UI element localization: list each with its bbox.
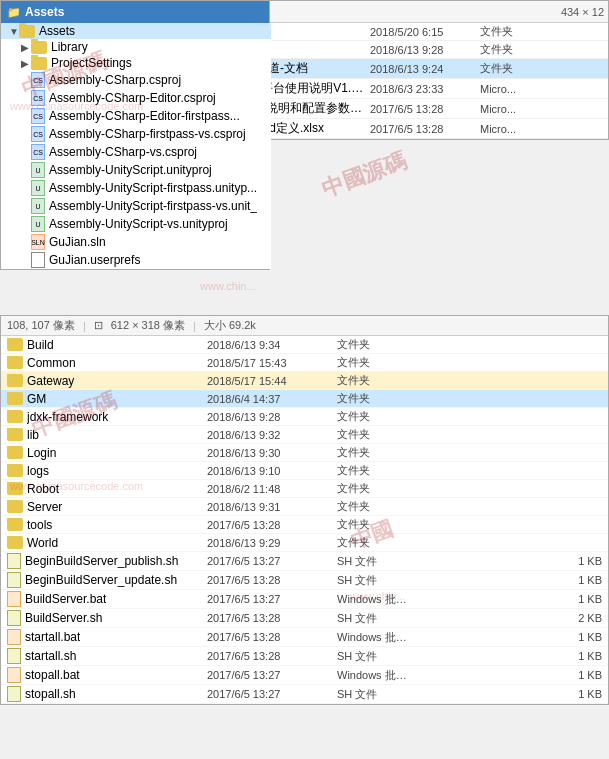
bottom-file-icon xyxy=(7,667,21,683)
bottom-file-date: 2017/6/5 13:28 xyxy=(207,631,337,643)
tree-icon-assemblyunityscriptvs: U xyxy=(31,216,45,232)
right-file-type: 文件夹 xyxy=(480,42,545,57)
tree-label-gujianuserprefs: GuJian.userprefs xyxy=(49,253,140,267)
bottom-file-date: 2017/6/5 13:27 xyxy=(207,593,337,605)
tree-item-assemblycsharpeditorfirstpass[interactable]: CSAssembly-CSharp-Editor-firstpass... xyxy=(1,107,271,125)
bottom-file-icon xyxy=(7,500,23,513)
bottom-file-row[interactable]: BeginBuildServer_publish.sh2017/6/5 13:2… xyxy=(1,552,608,571)
bottom-file-icon xyxy=(7,464,23,477)
bottom-file-row[interactable]: Common2018/5/17 15:43文件夹 xyxy=(1,354,608,372)
bottom-file-icon xyxy=(7,591,21,607)
bottom-file-row[interactable]: stopall.bat2017/6/5 13:27Windows 批处理...1… xyxy=(1,666,608,685)
bottom-file-name: startall.bat xyxy=(7,629,207,645)
tree-item-assemblyunityscriptvs[interactable]: UAssembly-UnityScript-vs.unityproj xyxy=(1,215,271,233)
bottom-file-date: 2017/6/5 13:28 xyxy=(207,519,337,531)
bottom-status-bar: 108, 107 像素 | ⊡ 612 × 318 像素 | 大小 69.2k xyxy=(1,316,608,336)
right-file-date: 2018/6/3 23:33 xyxy=(370,83,480,95)
bottom-file-type: SH 文件 xyxy=(337,611,417,626)
bottom-file-row[interactable]: logs2018/6/13 9:10文件夹 xyxy=(1,462,608,480)
bottom-file-row[interactable]: tools2017/6/5 13:28文件夹 xyxy=(1,516,608,534)
tree-icon-library xyxy=(31,41,47,54)
bottom-file-icon xyxy=(7,374,23,387)
bottom-file-date: 2018/6/13 9:31 xyxy=(207,501,337,513)
bottom-coords1: 108, 107 像素 xyxy=(7,318,75,333)
tree-item-assemblyunityscript[interactable]: UAssembly-UnityScript.unityproj xyxy=(1,161,271,179)
bottom-file-date: 2018/6/13 9:34 xyxy=(207,339,337,351)
tree-item-assemblycsharpvs[interactable]: CSAssembly-CSharp-vs.csproj xyxy=(1,143,271,161)
bottom-size: 大小 69.2k xyxy=(204,318,256,333)
bottom-file-row[interactable]: jdxk-framework2018/6/13 9:28文件夹 xyxy=(1,408,608,426)
bottom-file-row[interactable]: stopall.sh2017/6/5 13:27SH 文件1 KB xyxy=(1,685,608,704)
bottom-file-date: 2018/6/13 9:30 xyxy=(207,447,337,459)
bottom-file-row[interactable]: Gateway2018/5/17 15:44文件夹 xyxy=(1,372,608,390)
bottom-file-name: stopall.sh xyxy=(7,686,207,702)
bottom-file-type: SH 文件 xyxy=(337,573,417,588)
bottom-file-row[interactable]: BuildServer.bat2017/6/5 13:27Windows 批处理… xyxy=(1,590,608,609)
bottom-file-row[interactable]: startall.bat2017/6/5 13:28Windows 批处理...… xyxy=(1,628,608,647)
tree-item-gujian[interactable]: SLNGuJian.sln xyxy=(1,233,271,251)
tree-item-assemblyunityscriptfirstpass[interactable]: UAssembly-UnityScript-firstpass.unityp..… xyxy=(1,179,271,197)
bottom-file-row[interactable]: Login2018/6/13 9:30文件夹 xyxy=(1,444,608,462)
bottom-file-type: 文件夹 xyxy=(337,499,417,514)
tree-arrow-assets: ▼ xyxy=(9,26,17,37)
bottom-file-row[interactable]: Robot2018/6/2 11:48文件夹 xyxy=(1,480,608,498)
bottom-file-size: 2 KB xyxy=(417,612,602,624)
tree-arrow-library: ▶ xyxy=(21,42,29,53)
bottom-file-icon xyxy=(7,356,23,369)
bottom-file-type: Windows 批处理... xyxy=(337,630,417,645)
bottom-file-icon xyxy=(7,482,23,495)
bottom-file-row[interactable]: lib2018/6/13 9:32文件夹 xyxy=(1,426,608,444)
bottom-file-size: 1 KB xyxy=(417,631,602,643)
status-sep2: | xyxy=(193,320,196,332)
bottom-file-icon xyxy=(7,518,23,531)
right-file-type: 文件夹 xyxy=(480,24,545,39)
bottom-file-row[interactable]: Build2018/6/13 9:34文件夹 xyxy=(1,336,608,354)
bottom-file-row[interactable]: World2018/6/13 9:29文件夹 xyxy=(1,534,608,552)
bottom-file-name: World xyxy=(7,536,207,550)
bottom-file-icon xyxy=(7,610,21,626)
bottom-file-row[interactable]: BeginBuildServer_update.sh2017/6/5 13:28… xyxy=(1,571,608,590)
tree-arrow-projectsettings: ▶ xyxy=(21,58,29,69)
bottom-file-size: 1 KB xyxy=(417,555,602,567)
bottom-file-type: 文件夹 xyxy=(337,517,417,532)
tree-item-projectsettings[interactable]: ▶ProjectSettings xyxy=(1,55,271,71)
bottom-file-date: 2017/6/5 13:27 xyxy=(207,669,337,681)
bottom-file-type: 文件夹 xyxy=(337,337,417,352)
bottom-file-date: 2018/6/13 9:29 xyxy=(207,537,337,549)
bottom-file-type: Windows 批处理... xyxy=(337,668,417,683)
bottom-size-text: 大小 69.2k xyxy=(204,318,256,333)
tree-label-assemblyunityscriptvs: Assembly-UnityScript-vs.unityproj xyxy=(49,217,228,231)
bottom-file-row[interactable]: GM2018/6/4 14:37文件夹 xyxy=(1,390,608,408)
tree-item-assemblycsharp[interactable]: CSAssembly-CSharp.csproj xyxy=(1,71,271,89)
tree-item-assemblycsharpeditor[interactable]: CSAssembly-CSharp-Editor.csproj xyxy=(1,89,271,107)
assets-titlebar: 📁 Assets xyxy=(1,1,269,23)
bottom-file-row[interactable]: BuildServer.sh2017/6/5 13:28SH 文件2 KB xyxy=(1,609,608,628)
tree-item-assemblycsharpfirstpass[interactable]: CSAssembly-CSharp-firstpass-vs.csproj xyxy=(1,125,271,143)
bottom-file-date: 2018/6/13 9:32 xyxy=(207,429,337,441)
bottom-file-list: Build2018/6/13 9:34文件夹Common2018/5/17 15… xyxy=(1,336,608,704)
bottom-file-name: lib xyxy=(7,428,207,442)
bottom-file-date: 2017/6/5 13:27 xyxy=(207,555,337,567)
tree-label-assemblyunityscriptfirstpassvs: Assembly-UnityScript-firstpass-vs.unit_ xyxy=(49,199,257,213)
tree-item-assemblyunityscriptfirstpassvs[interactable]: UAssembly-UnityScript-firstpass-vs.unit_ xyxy=(1,197,271,215)
bottom-file-row[interactable]: Server2018/6/13 9:31文件夹 xyxy=(1,498,608,516)
tree-icon-projectsettings xyxy=(31,57,47,70)
bottom-coords1-text: 108, 107 像素 xyxy=(7,318,75,333)
right-file-type: Micro... xyxy=(480,83,545,95)
tree-icon-assemblyunityscript: U xyxy=(31,162,45,178)
bottom-file-type: SH 文件 xyxy=(337,649,417,664)
bottom-file-name: BeginBuildServer_update.sh xyxy=(7,572,207,588)
bottom-file-date: 2017/6/5 13:28 xyxy=(207,612,337,624)
tree-icon-assemblycsharp: CS xyxy=(31,72,45,88)
watermark-url2: www.chin... xyxy=(200,280,256,292)
tree-label-gujian: GuJian.sln xyxy=(49,235,106,249)
bottom-window: 108, 107 像素 | ⊡ 612 × 318 像素 | 大小 69.2k … xyxy=(0,315,609,705)
tree-item-library[interactable]: ▶Library xyxy=(1,39,271,55)
right-file-date: 2017/6/5 13:28 xyxy=(370,103,480,115)
tree-item-assets[interactable]: ▼Assets xyxy=(1,23,271,39)
bottom-file-name: Login xyxy=(7,446,207,460)
tree-item-gujianuserprefs[interactable]: GuJian.userprefs xyxy=(1,251,271,269)
bottom-file-date: 2017/6/5 13:28 xyxy=(207,650,337,662)
bottom-file-row[interactable]: startall.sh2017/6/5 13:28SH 文件1 KB xyxy=(1,647,608,666)
bottom-file-name: BuildServer.bat xyxy=(7,591,207,607)
